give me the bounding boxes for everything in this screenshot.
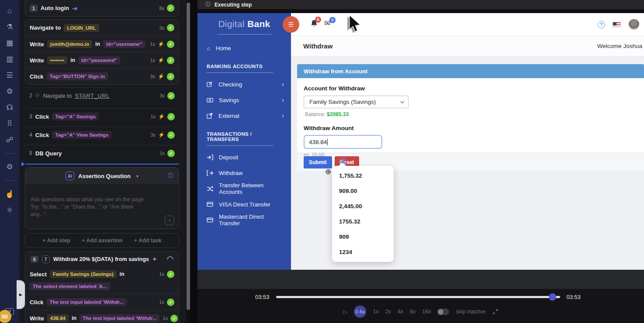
- selector-badge: The text input labeled 'Withdr...: [80, 314, 159, 322]
- skip-inactive-toggle[interactable]: [437, 309, 449, 315]
- success-check-icon: ✓: [167, 131, 175, 139]
- seek-bar[interactable]: [276, 296, 560, 298]
- sidebar-toggle-button[interactable]: ☰: [283, 16, 299, 33]
- selector-badge: Tag="A" Savings: [52, 113, 99, 120]
- sidebar-item-home[interactable]: ⌂ Home: [197, 40, 291, 56]
- workflow-gear-icon[interactable]: ⚛: [3, 204, 16, 216]
- duration: 1s: [159, 299, 164, 305]
- step-row[interactable]: Click Tag="BUTTON" Sign in 3s ⚡ ✓: [25, 68, 179, 84]
- withdraw-amount-input[interactable]: 438.84: [304, 135, 382, 149]
- home-icon[interactable]: ⌂: [3, 4, 16, 17]
- suggestion-item[interactable]: 909.00: [332, 183, 394, 199]
- speed-0.5x-button[interactable]: 0.5x: [354, 306, 366, 318]
- step-row[interactable]: Navigate to LOGIN_URL 3s ✓: [25, 20, 179, 36]
- step-row[interactable]: Click The text input labeled 'Withdr... …: [25, 294, 179, 310]
- bank-titlebar: Withdraw Welcome Joshua: [291, 36, 644, 57]
- withdraw-card: Withdraw from Account Account for Withdr…: [297, 64, 644, 171]
- balance-label: Balance:: [305, 111, 325, 117]
- recorded-mouse-cursor: [347, 15, 362, 36]
- chevron-down-icon[interactable]: ▾: [136, 174, 138, 179]
- step-group-6-header[interactable]: 6 T Withdraw 20% ${DATA} from savings ✦: [25, 252, 179, 267]
- step-row[interactable]: 3 Click Tag="A" Savings 1s ⚡ ✓: [25, 108, 179, 124]
- submit-button[interactable]: Submit: [304, 156, 332, 168]
- messages-mail-icon[interactable]: ✉ 0: [324, 19, 330, 28]
- divider: [207, 145, 273, 146]
- checklist-icon[interactable]: ☰: [3, 69, 16, 82]
- columns-icon[interactable]: ▥: [3, 53, 16, 65]
- suggestion-item[interactable]: 1,755.32: [332, 168, 394, 183]
- steps-scrollbar-track[interactable]: [186, 0, 190, 323]
- suggestion-item[interactable]: 1755.32: [332, 214, 394, 229]
- assertion-send-button[interactable]: ↑: [165, 216, 174, 225]
- notification-count-badge: 0: [315, 17, 321, 23]
- step-row-db-query[interactable]: 5 DB Query 1s ✓: [25, 145, 179, 161]
- link-icon[interactable]: ☍: [3, 134, 16, 146]
- sidebar-item-external[interactable]: External ›: [197, 108, 291, 124]
- suggestion-item[interactable]: 1234: [332, 244, 394, 260]
- step-row-navigate-start[interactable]: 2 ⚐ Navigate to START_URL 3s ✓: [25, 87, 179, 103]
- skip-inactive-label: skip inactive: [456, 309, 485, 315]
- duration: 3s: [159, 93, 165, 98]
- speed-8x-button[interactable]: 8x: [410, 309, 415, 315]
- panel-collapse-handle[interactable]: ▶: [17, 280, 25, 309]
- speed-16x-button[interactable]: 16x: [422, 309, 431, 315]
- step-action: Click: [35, 132, 49, 138]
- deposit-icon: [207, 155, 213, 160]
- speed-1x-button[interactable]: 1x: [373, 309, 378, 315]
- grid-icon[interactable]: ▦: [3, 37, 16, 49]
- speed-2x-button[interactable]: 2x: [385, 309, 391, 315]
- step-number: 1: [30, 5, 38, 12]
- step-row-auto-login[interactable]: 1 Auto login ⇥ 8s ✓: [25, 0, 179, 16]
- step-title: Auto login: [41, 5, 69, 11]
- bank-logo[interactable]: Digital Bank: [197, 13, 291, 29]
- add-step-button[interactable]: + Add step: [42, 237, 70, 244]
- apps-icon[interactable]: ⠿: [3, 117, 16, 130]
- suggestion-item[interactable]: 909: [332, 229, 394, 244]
- step-row[interactable]: Write jsmith@demo.io in Id="username" 1s…: [25, 36, 179, 52]
- sidebar-item-mastercard-direct-transfer[interactable]: Mastercard Direct Transfer: [197, 212, 291, 228]
- add-task-button[interactable]: + Add task: [134, 237, 162, 244]
- gear-icon[interactable]: ⚙: [3, 85, 16, 98]
- success-check-icon: ✓: [167, 57, 174, 64]
- sidebar-item-savings[interactable]: Savings ›: [197, 92, 291, 108]
- fullscreen-icon[interactable]: [492, 309, 499, 315]
- speed-4x-button[interactable]: 4x: [398, 309, 403, 315]
- sidebar-item-visa-direct-transfer[interactable]: VISA Direct Transfer: [197, 196, 291, 212]
- account-select[interactable]: Family Savings (Savings): [304, 96, 409, 108]
- seek-thumb[interactable]: [549, 293, 556, 301]
- duration: 1s: [163, 316, 168, 321]
- move-crosshair-icon[interactable]: ⊕: [325, 167, 331, 176]
- settings-icon[interactable]: ⚙: [3, 161, 16, 173]
- step-group-1-substeps: Navigate to LOGIN_URL 3s ✓ Write jsmith@…: [25, 19, 179, 85]
- sidebar-item-checking[interactable]: Checking ›: [197, 76, 291, 92]
- sidebar-item-deposit[interactable]: Deposit: [197, 149, 291, 165]
- language-flag-icon[interactable]: [613, 22, 621, 27]
- play-button[interactable]: ▷: [343, 309, 347, 315]
- selector-badge: Id="username": [103, 40, 145, 48]
- bank-user-avatar[interactable]: [628, 19, 640, 30]
- assertion-question-panel: Ai Assertion Question ▾ ⓘ Ask questions …: [25, 167, 179, 229]
- suggestion-item[interactable]: 2,445.00: [332, 199, 394, 214]
- agent-icon[interactable]: ☊: [3, 101, 16, 114]
- step-row[interactable]: Write 438.84 in The text input labeled '…: [25, 310, 179, 323]
- step-group-1-header[interactable]: 1 Auto login ⇥ 8s ✓: [25, 0, 179, 17]
- steps-scrollbar-thumb[interactable]: [187, 3, 190, 310]
- step-row[interactable]: Select Family Savings (Savings) in 1s ✓ …: [25, 267, 179, 294]
- flask-icon[interactable]: ⚗: [3, 21, 16, 33]
- hand-gear-icon[interactable]: ☝: [3, 188, 16, 200]
- start-url-link[interactable]: START_URL: [75, 93, 110, 99]
- step-row[interactable]: Write •••••••• in Id="password" 1s ⚡ ✓: [25, 52, 179, 68]
- credit-card-icon: [207, 217, 213, 223]
- help-icon[interactable]: ?: [598, 21, 605, 28]
- sidebar-item-label: External: [218, 113, 239, 119]
- assertion-input[interactable]: Ask questions about what you see on the …: [25, 184, 179, 229]
- sidebar-item-withdraw[interactable]: Withdraw: [197, 165, 291, 181]
- sidebar-item-label: Withdraw: [219, 170, 242, 176]
- value-badge: Family Savings (Savings): [50, 270, 117, 278]
- assertion-header[interactable]: Ai Assertion Question ▾ ⓘ: [25, 168, 179, 184]
- step-row[interactable]: 4 Click Tag="A" View Savings 3s ⚡ ✓: [25, 127, 179, 143]
- info-icon[interactable]: ⓘ: [168, 172, 173, 180]
- sidebar-item-transfer-between-accounts[interactable]: Transfer Between Accounts: [197, 181, 291, 196]
- notifications-bell-icon[interactable]: 0: [311, 20, 318, 29]
- add-assertion-button[interactable]: + Add assertion: [82, 237, 123, 244]
